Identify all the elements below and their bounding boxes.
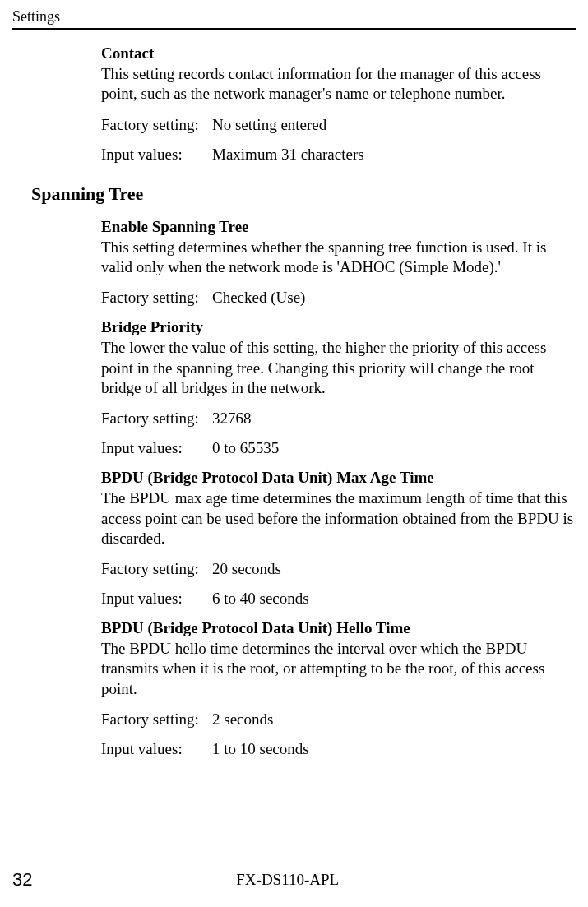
factory-setting-value: 20 seconds (212, 560, 576, 578)
contact-factory-row: Factory setting: No setting entered (101, 116, 576, 134)
bridge-priority-heading: Bridge Priority (101, 318, 576, 336)
input-values-value: 6 to 40 seconds (212, 590, 576, 608)
input-values-value: 1 to 10 seconds (212, 740, 576, 758)
page-header: Settings (12, 8, 576, 30)
bpdu-hello-description: The BPDU hello time determines the inter… (101, 639, 576, 699)
input-values-value: 0 to 65535 (212, 439, 576, 457)
bpdu-hello-factory-row: Factory setting: 2 seconds (101, 710, 576, 729)
input-values-label: Input values: (101, 146, 212, 164)
bpdu-max-input-row: Input values: 6 to 40 seconds (101, 590, 576, 608)
input-values-label: Input values: (101, 740, 212, 758)
contact-description: This setting records contact information… (101, 64, 576, 104)
input-values-label: Input values: (101, 439, 212, 457)
enable-spanning-factory-row: Factory setting: Checked (Use) (101, 289, 576, 307)
factory-setting-label: Factory setting: (101, 560, 212, 578)
factory-setting-value: Checked (Use) (212, 289, 576, 307)
bpdu-max-description: The BPDU max age time determines the max… (101, 488, 576, 548)
bridge-priority-factory-row: Factory setting: 32768 (101, 410, 576, 428)
contact-input-row: Input values: Maximum 31 characters (101, 146, 576, 164)
bridge-priority-input-row: Input values: 0 to 65535 (101, 439, 576, 457)
page-footer: 32 FX-DS110-APL (12, 869, 576, 891)
bpdu-max-factory-row: Factory setting: 20 seconds (101, 560, 576, 578)
bpdu-hello-input-row: Input values: 1 to 10 seconds (101, 740, 576, 758)
input-values-label: Input values: (101, 590, 212, 608)
page-number: 32 (12, 869, 32, 891)
bridge-priority-description: The lower the value of this setting, the… (101, 338, 576, 398)
factory-setting-label: Factory setting: (101, 710, 212, 729)
factory-setting-label: Factory setting: (101, 116, 212, 134)
footer-model: FX-DS110-APL (32, 871, 576, 889)
bpdu-hello-heading: BPDU (Bridge Protocol Data Unit) Hello T… (101, 619, 576, 637)
factory-setting-label: Factory setting: (101, 410, 212, 428)
factory-setting-value: 2 seconds (212, 710, 576, 729)
enable-spanning-description: This setting determines whether the span… (101, 238, 576, 278)
main-content: Contact This setting records contact inf… (12, 44, 576, 758)
contact-heading: Contact (101, 44, 576, 62)
factory-setting-label: Factory setting: (101, 289, 212, 307)
factory-setting-value: 32768 (212, 410, 576, 428)
input-values-value: Maximum 31 characters (212, 146, 576, 164)
spanning-tree-section-heading: Spanning Tree (31, 183, 576, 205)
enable-spanning-heading: Enable Spanning Tree (101, 218, 576, 236)
bpdu-max-heading: BPDU (Bridge Protocol Data Unit) Max Age… (101, 469, 576, 487)
factory-setting-value: No setting entered (212, 116, 576, 134)
